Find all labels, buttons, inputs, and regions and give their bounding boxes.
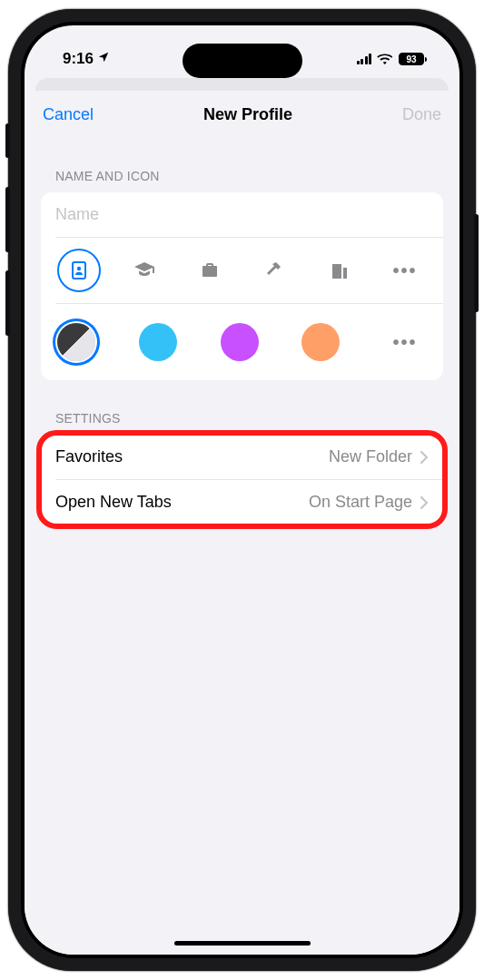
page-title: New Profile [203,105,292,124]
home-indicator[interactable] [174,941,311,946]
chevron-right-icon [420,450,429,465]
dynamic-island [183,44,302,78]
open-new-tabs-row[interactable]: Open New Tabs On Start Page [41,480,443,524]
navigation-bar: Cancel New Profile Done [25,91,459,138]
open-new-tabs-value: On Start Page [309,493,412,512]
icon-picker-row: ••• [41,238,443,303]
cellular-signal-icon [357,54,372,64]
profile-icon-building[interactable] [318,249,361,292]
color-blue[interactable] [139,323,177,361]
wifi-icon [377,53,393,65]
favorites-row[interactable]: Favorites New Folder [41,435,443,479]
more-icons-button[interactable]: ••• [383,249,427,292]
favorites-value: New Folder [329,447,412,466]
modal-sheet: Cancel New Profile Done NAME AND ICON [25,91,459,955]
power-button [474,214,479,312]
sheet-backdrop [25,78,459,91]
color-picker-row: ••• [41,304,443,380]
profile-icon-hammer[interactable] [252,249,296,292]
cancel-button[interactable]: Cancel [43,105,94,124]
color-default[interactable] [57,323,95,361]
favorites-label: Favorites [55,447,123,466]
color-orange[interactable] [301,323,340,361]
profile-icon-graduation[interactable] [123,249,166,292]
color-purple[interactable] [221,323,259,361]
profile-name-input[interactable] [41,192,443,237]
silent-switch [5,123,10,158]
section-header-settings: SETTINGS [41,380,443,435]
section-header-name-icon: NAME AND ICON [41,138,443,192]
volume-up-button [5,187,10,252]
chevron-right-icon [420,495,429,510]
more-colors-button[interactable]: ••• [383,320,427,364]
done-button[interactable]: Done [402,105,441,124]
svg-point-1 [77,267,81,270]
volume-down-button [5,270,10,336]
location-arrow-icon [97,50,110,68]
name-icon-card: ••• ••• [41,192,443,380]
open-new-tabs-label: Open New Tabs [55,493,172,512]
settings-card: Favorites New Folder Open Ne [41,435,443,524]
battery-indicator: 93 [399,53,427,65]
phone-frame: 9:16 93 [8,9,476,971]
status-time: 9:16 [63,50,94,68]
profile-icon-id-badge[interactable] [57,249,101,292]
profile-icon-briefcase[interactable] [188,249,232,292]
